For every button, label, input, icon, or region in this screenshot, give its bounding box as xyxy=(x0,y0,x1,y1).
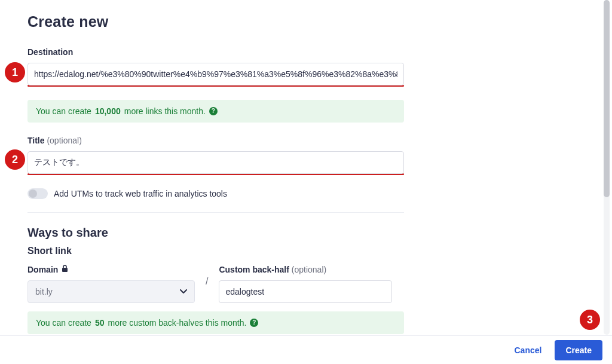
backhalf-label: Custom back-half (optional) xyxy=(219,265,392,274)
annotation-badge-2: 2 xyxy=(5,149,25,170)
domain-label: Domain xyxy=(27,265,195,274)
backhalf-input[interactable] xyxy=(219,280,392,303)
ways-title: Ways to share xyxy=(27,226,404,240)
scrollbar-thumb[interactable] xyxy=(604,0,610,197)
backhalf-notice-prefix: You can create xyxy=(36,318,91,328)
links-notice: You can create 10,000 more links this mo… xyxy=(27,100,404,123)
cancel-button[interactable]: Cancel xyxy=(506,341,550,360)
domain-select[interactable]: bit.ly xyxy=(27,280,195,303)
backhalf-label-text: Custom back-half xyxy=(219,265,289,274)
title-input[interactable] xyxy=(27,151,404,174)
separator xyxy=(27,212,404,213)
title-optional: (optional) xyxy=(47,136,81,145)
domain-selected: bit.ly xyxy=(35,287,53,296)
links-notice-prefix: You can create xyxy=(36,106,91,116)
backhalf-notice-suffix: more custom back-halves this month. xyxy=(108,318,246,328)
title-label: Title (optional) xyxy=(27,136,404,145)
create-button[interactable]: Create xyxy=(555,340,602,360)
shortlink-subtitle: Short link xyxy=(27,246,404,256)
footer: Cancel Create xyxy=(0,335,612,364)
backhalf-notice: You can create 50 more custom back-halve… xyxy=(27,311,404,334)
page-title: Create new xyxy=(27,13,404,30)
utm-toggle-label: Add UTMs to track web traffic in analyti… xyxy=(54,189,227,198)
domain-label-text: Domain xyxy=(27,265,58,274)
links-notice-count: 10,000 xyxy=(95,106,121,116)
info-icon[interactable]: ? xyxy=(209,107,218,115)
backhalf-notice-count: 50 xyxy=(95,318,105,328)
backhalf-optional: (optional) xyxy=(292,265,326,274)
destination-label: Destination xyxy=(27,47,404,57)
utm-toggle[interactable] xyxy=(27,188,48,199)
title-label-text: Title xyxy=(27,136,45,145)
path-slash: / xyxy=(206,276,208,292)
svg-rect-0 xyxy=(62,268,68,272)
annotation-badge-1: 1 xyxy=(5,62,25,82)
chevron-down-icon xyxy=(180,287,187,296)
lock-icon xyxy=(62,265,68,274)
annotation-badge-3: 3 xyxy=(580,310,600,330)
destination-input[interactable] xyxy=(27,63,404,85)
links-notice-suffix: more links this month. xyxy=(124,106,206,116)
info-icon[interactable]: ? xyxy=(250,319,258,327)
